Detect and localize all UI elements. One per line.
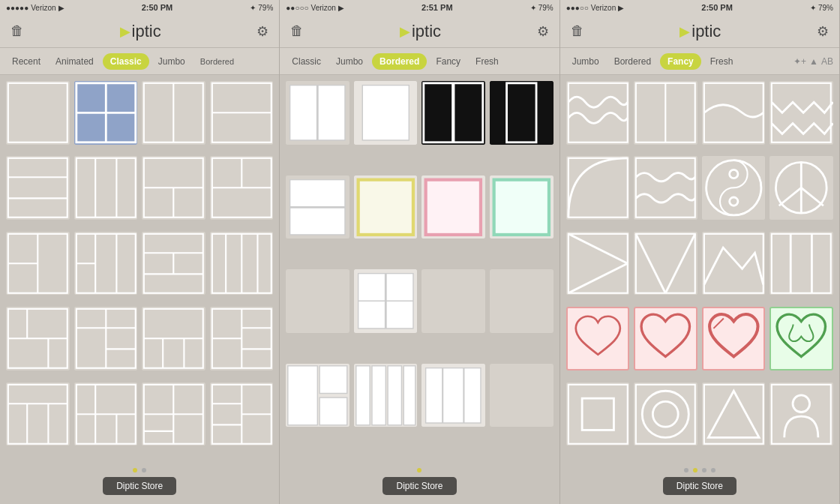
layout-cell[interactable] bbox=[210, 232, 274, 296]
page-dots-3 bbox=[684, 468, 716, 472]
layout-cell[interactable] bbox=[6, 232, 70, 296]
svg-rect-133 bbox=[702, 81, 766, 145]
store-button-2[interactable]: Diptic Store bbox=[382, 477, 456, 495]
triangle-icon[interactable]: ▲ bbox=[809, 56, 818, 67]
layout-cell[interactable] bbox=[74, 382, 138, 446]
tab-classic[interactable]: Classic bbox=[103, 53, 149, 70]
layout-cell[interactable] bbox=[142, 232, 206, 296]
trash-icon-3[interactable]: 🗑 bbox=[571, 23, 584, 39]
layout-cell[interactable] bbox=[142, 307, 206, 370]
fancy-cell-wave2[interactable] bbox=[702, 81, 766, 145]
tab-jumbo-2[interactable]: Jumbo bbox=[330, 53, 369, 70]
tab-animated[interactable]: Animated bbox=[50, 53, 100, 70]
wifi-3: ▶ bbox=[618, 4, 624, 12]
layout-cell-selected[interactable] bbox=[74, 81, 138, 145]
fancy-cell-triangle[interactable] bbox=[702, 382, 766, 446]
layout-cell[interactable] bbox=[142, 382, 206, 446]
settings-icon-2[interactable]: ⚙ bbox=[537, 23, 549, 40]
layout-cell[interactable] bbox=[210, 81, 274, 145]
tab-jumbo-3[interactable]: Jumbo bbox=[566, 53, 605, 70]
layout-cell-b-black2[interactable] bbox=[490, 81, 554, 145]
layout-cell[interactable] bbox=[74, 307, 138, 370]
fancy-cell-square[interactable] bbox=[566, 382, 630, 446]
svg-rect-139 bbox=[634, 156, 698, 220]
layout-cell-b[interactable] bbox=[354, 81, 418, 145]
settings-icon-3[interactable]: ⚙ bbox=[817, 23, 829, 40]
ab-label[interactable]: AB bbox=[821, 56, 833, 67]
tab-jumbo-1[interactable]: Jumbo bbox=[152, 53, 191, 70]
layout-cell[interactable] bbox=[210, 156, 274, 220]
layout-cell-b-pink[interactable] bbox=[422, 176, 485, 239]
layout-cell-b[interactable] bbox=[354, 269, 418, 333]
layout-cell[interactable] bbox=[142, 81, 206, 145]
tab-bordered-2[interactable]: Bordered bbox=[372, 53, 427, 70]
dot-3-1 bbox=[684, 468, 688, 472]
fancy-cell-geo2[interactable] bbox=[634, 232, 698, 296]
title-arrow-1: ▶ bbox=[120, 23, 130, 40]
tab-fancy-2[interactable]: Fancy bbox=[430, 53, 466, 70]
trash-icon-2[interactable]: 🗑 bbox=[290, 23, 304, 39]
fancy-cell-circle[interactable] bbox=[634, 382, 698, 446]
layout-cell[interactable] bbox=[74, 232, 138, 296]
fancy-cell-waves[interactable] bbox=[566, 81, 630, 145]
fancy-cell-mountain[interactable] bbox=[702, 232, 766, 296]
layout-cell-b[interactable] bbox=[286, 364, 350, 428]
settings-icon-1[interactable]: ⚙ bbox=[256, 23, 268, 40]
fancy-cell-waves2[interactable] bbox=[634, 156, 698, 220]
fancy-cell-heart2[interactable] bbox=[634, 307, 698, 370]
layout-cell-b-yellow[interactable] bbox=[354, 176, 418, 239]
fancy-cell-geo1[interactable] bbox=[566, 232, 630, 296]
app-header-3: 🗑 ▶ iptic ⚙ bbox=[560, 15, 839, 48]
title-text-3: iptic bbox=[692, 22, 721, 41]
time-3: 2:50 PM bbox=[701, 3, 733, 12]
layout-cell-b[interactable] bbox=[490, 269, 554, 333]
panel-classic: ●●●●● Verizon ▶ 2:50 PM ✦ 79% 🗑 ▶ iptic … bbox=[0, 0, 280, 504]
layout-cell-b[interactable] bbox=[490, 364, 554, 428]
tab-fancy-3[interactable]: Fancy bbox=[660, 53, 701, 70]
layout-cell-b[interactable] bbox=[286, 269, 350, 333]
fancy-cell-person[interactable] bbox=[770, 382, 833, 446]
tab-recent[interactable]: Recent bbox=[6, 53, 46, 70]
plus-icon[interactable]: ✦+ bbox=[794, 56, 806, 67]
battery-1: ✦ 79% bbox=[250, 4, 273, 12]
layout-cell-b[interactable] bbox=[422, 269, 485, 333]
layout-cell[interactable] bbox=[6, 307, 70, 370]
time-2: 2:51 PM bbox=[422, 3, 453, 12]
layout-cell-b[interactable] bbox=[354, 364, 418, 428]
layout-cell[interactable] bbox=[74, 156, 138, 220]
fancy-cell-heart1[interactable] bbox=[566, 307, 630, 370]
layout-cell[interactable] bbox=[6, 81, 70, 145]
fancy-cell-heart3[interactable] bbox=[702, 307, 766, 370]
layout-cell[interactable] bbox=[142, 156, 206, 220]
fancy-cell-heart4[interactable] bbox=[770, 307, 833, 370]
bt-icon-1: ✦ bbox=[250, 4, 256, 12]
fancy-cell-zigzag2[interactable] bbox=[770, 81, 833, 145]
tab-classic-2[interactable]: Classic bbox=[286, 53, 327, 70]
store-button-3[interactable]: Diptic Store bbox=[663, 477, 736, 495]
layout-cell-b-black[interactable] bbox=[422, 81, 485, 145]
svg-rect-125 bbox=[426, 368, 481, 422]
battery-pct-1: 79% bbox=[258, 4, 273, 12]
tab-bordered-1[interactable]: Bordered bbox=[194, 54, 240, 69]
svg-rect-0 bbox=[6, 81, 70, 145]
layout-cell[interactable] bbox=[6, 156, 70, 220]
layout-cell[interactable] bbox=[210, 382, 274, 446]
fancy-cell-peace[interactable] bbox=[770, 156, 833, 220]
trash-icon-1[interactable]: 🗑 bbox=[10, 23, 24, 39]
layout-cell-b[interactable] bbox=[422, 364, 485, 428]
fancy-cell-columns[interactable] bbox=[770, 232, 833, 296]
bottom-area-2: Diptic Store bbox=[280, 459, 559, 504]
fancy-cell-zigzag[interactable] bbox=[634, 81, 698, 145]
store-button-1[interactable]: Diptic Store bbox=[103, 477, 176, 495]
fancy-cell-arc[interactable] bbox=[566, 156, 630, 220]
layout-cell-b[interactable] bbox=[286, 81, 350, 145]
tab-fresh-2[interactable]: Fresh bbox=[470, 53, 505, 70]
carrier-3: Verizon bbox=[591, 4, 616, 12]
layout-cell[interactable] bbox=[210, 307, 274, 370]
layout-cell-b-mint[interactable] bbox=[490, 176, 554, 239]
layout-cell-b[interactable] bbox=[286, 176, 350, 239]
tab-fresh-3[interactable]: Fresh bbox=[704, 53, 740, 70]
fancy-cell-yinyang[interactable] bbox=[702, 156, 766, 220]
layout-cell[interactable] bbox=[6, 382, 70, 446]
tab-bordered-3[interactable]: Bordered bbox=[608, 53, 657, 70]
